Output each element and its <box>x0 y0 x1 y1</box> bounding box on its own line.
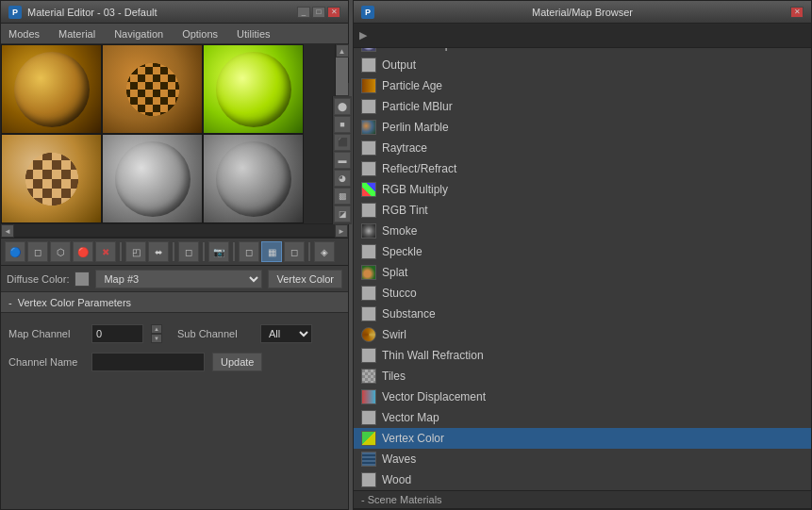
copy-btn[interactable]: ◰ <box>125 241 146 262</box>
map-list-item[interactable]: Vector Displacement <box>354 387 811 407</box>
search-icon: ▶ <box>359 29 367 41</box>
spinner-down[interactable]: ▼ <box>151 334 162 343</box>
map-icon <box>361 161 376 176</box>
map-list-item[interactable]: Stucco <box>354 283 811 304</box>
map-list-item[interactable]: Perlin Marble <box>354 117 811 138</box>
bg-color-icon[interactable]: ▩ <box>334 188 351 205</box>
map-dropdown[interactable]: Map #3 <box>95 270 262 288</box>
map-channel-row: Map Channel 0 ▲ ▼ Sub Channel All R G B … <box>8 324 340 343</box>
backlight-icon[interactable]: ◕ <box>334 170 351 187</box>
sample-sphere-icon[interactable]: ⬤ <box>334 98 351 115</box>
map-list-item[interactable]: Output <box>354 55 811 75</box>
show-map-btn[interactable]: ▦ <box>261 241 282 262</box>
map-list-item[interactable]: Thin Wall Refraction <box>354 345 811 366</box>
vertex-color-button[interactable]: Vertex Color <box>268 270 342 288</box>
collapse-symbol[interactable]: - <box>8 297 12 308</box>
h-scroll-track <box>14 224 335 237</box>
map-list-item[interactable]: Vertex Color <box>354 428 811 449</box>
assign-material-btn[interactable]: ⬡ <box>50 241 71 262</box>
map-channel-spinner[interactable]: ▲ ▼ <box>151 324 162 343</box>
scroll-right-button[interactable]: ► <box>335 224 348 238</box>
map-icon <box>361 306 376 321</box>
update-button[interactable]: Update <box>212 353 262 371</box>
map-icon <box>361 223 376 239</box>
map-list-item[interactable]: Substance <box>354 304 811 324</box>
separator-5 <box>308 242 310 261</box>
map-icon <box>361 431 376 446</box>
map-list-item[interactable]: Waves <box>354 449 811 469</box>
menu-options[interactable]: Options <box>178 27 222 41</box>
map-name: Raytrace <box>382 141 427 155</box>
channel-name-input[interactable] <box>91 353 205 371</box>
map-name: RGB Multiply <box>382 183 448 196</box>
sphere-slot-6[interactable] <box>203 134 304 223</box>
material-effects-btn[interactable]: ◻ <box>239 241 259 262</box>
material-map-browser: P Material/Map Browser ✕ ▶ NoiseNormal B… <box>353 0 812 510</box>
menu-bar: Modes Material Navigation Options Utilit… <box>1 24 348 44</box>
paste-btn[interactable]: ⬌ <box>148 241 169 262</box>
map-list-item[interactable]: RGB Tint <box>354 200 811 221</box>
close-button[interactable]: ✕ <box>327 7 340 18</box>
map-list-item[interactable]: Raytrace <box>354 138 811 158</box>
scroll-thumb[interactable] <box>336 58 348 95</box>
map-list[interactable]: NoiseNormal BumpOutputParticle AgePartic… <box>354 48 811 490</box>
map-list-item[interactable]: Vector Map <box>354 407 811 428</box>
show-end-result-btn[interactable]: ◻ <box>284 241 305 262</box>
map-icon <box>361 120 376 135</box>
options-btn[interactable]: ◈ <box>314 241 335 262</box>
map-list-item[interactable]: RGB Multiply <box>354 179 811 200</box>
reset-btn[interactable]: 🔴 <box>73 241 93 262</box>
scroll-up-button[interactable]: ▲ <box>336 44 349 58</box>
right-close-button[interactable]: ✕ <box>790 7 804 18</box>
sample-flat-icon[interactable]: ▬ <box>334 152 351 169</box>
get-material-btn[interactable]: 🔵 <box>5 241 25 262</box>
window-controls: _ □ ✕ <box>297 7 340 18</box>
sub-channel-select[interactable]: All R G B A <box>260 324 312 343</box>
map-name: Smoke <box>382 224 417 238</box>
map-name: Output <box>382 58 416 72</box>
sphere-slot-3[interactable] <box>203 44 304 134</box>
diffuse-color-swatch[interactable] <box>75 271 90 287</box>
delete-btn[interactable]: ✖ <box>95 241 116 262</box>
map-list-item[interactable]: Particle Age <box>354 75 811 96</box>
put-material-btn[interactable]: ◻ <box>27 241 48 262</box>
sphere-slot-2[interactable] <box>102 44 203 134</box>
map-list-item[interactable]: Wood <box>354 469 811 490</box>
sample-box-icon[interactable]: ■ <box>334 116 351 133</box>
minimize-button[interactable]: _ <box>297 7 310 18</box>
sphere-slot-1[interactable] <box>1 44 102 134</box>
make-unique-btn[interactable]: ◻ <box>178 241 199 262</box>
map-list-item[interactable]: Tiles <box>354 366 811 387</box>
map-list-item[interactable]: Swirl <box>354 324 811 345</box>
map-list-item[interactable]: Splat <box>354 262 811 283</box>
menu-material[interactable]: Material <box>55 27 99 41</box>
menu-modes[interactable]: Modes <box>5 27 43 41</box>
map-name: Wood <box>382 473 411 486</box>
map-icon <box>361 327 376 342</box>
custom-bg-icon[interactable]: ◪ <box>334 206 351 222</box>
search-bar: ▶ <box>354 24 811 48</box>
scene-materials-header: - Scene Materials <box>354 490 811 509</box>
map-list-item[interactable]: Normal Bump <box>354 48 811 55</box>
sample-cylinder-icon[interactable]: ⬛ <box>334 134 351 151</box>
scroll-left-button[interactable]: ◄ <box>1 224 14 238</box>
search-input[interactable] <box>371 30 805 41</box>
pick-btn[interactable]: 📷 <box>208 241 229 262</box>
maximize-button[interactable]: □ <box>312 7 325 18</box>
map-icon <box>361 452 376 467</box>
map-list-item[interactable]: Speckle <box>354 241 811 262</box>
map-channel-input[interactable]: 0 <box>91 324 143 343</box>
sphere-slot-5[interactable] <box>102 134 203 223</box>
menu-utilities[interactable]: Utilities <box>233 27 273 41</box>
sphere-slot-4[interactable] <box>1 134 102 223</box>
map-name: Vertex Color <box>382 432 444 445</box>
map-list-item[interactable]: Smoke <box>354 221 811 241</box>
menu-navigation[interactable]: Navigation <box>110 27 167 41</box>
map-list-item[interactable]: Particle MBlur <box>354 96 811 117</box>
map-list-item[interactable]: Reflect/Refract <box>354 158 811 179</box>
spinner-up[interactable]: ▲ <box>151 324 162 334</box>
map-icon <box>361 348 376 363</box>
sphere-preview-1 <box>14 52 90 127</box>
map-channel-label: Map Channel <box>8 328 84 339</box>
bottom-toolbar: 🔵 ◻ ⬡ 🔴 ✖ ◰ ⬌ ◻ 📷 ◻ ▦ ◻ ◈ <box>1 238 348 266</box>
